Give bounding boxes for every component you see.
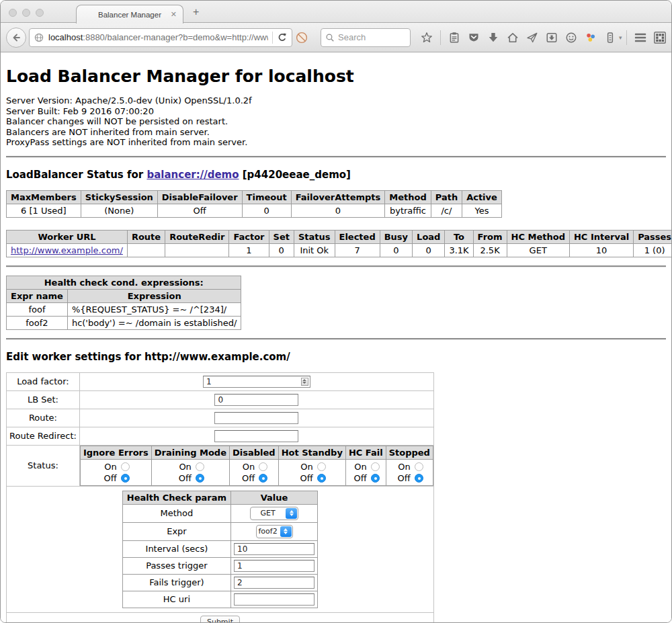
hc-expr-label: Expr <box>122 522 230 540</box>
save-page-icon[interactable] <box>542 28 561 47</box>
toolbar-separator <box>440 30 441 45</box>
status-cell-disabled: On Off <box>229 459 278 485</box>
health-check-param-table: Health Check param Value Method GET <box>122 491 318 608</box>
status-cell-draining-mode: On Off <box>151 459 229 485</box>
server-built-line: Server Built: Feb 9 2016 07:00:20 <box>6 106 666 117</box>
divider <box>6 265 666 267</box>
search-input[interactable] <box>338 32 398 42</box>
window-minimize-button[interactable] <box>22 9 30 17</box>
table-row: foof %{REQUEST_STATUS} =~ /^[234]/ <box>7 302 241 316</box>
status-off-radio[interactable] <box>121 474 130 483</box>
toolbar-separator <box>626 30 627 45</box>
status-cell-hc-fail: On Off <box>345 459 386 485</box>
blocked-icon <box>295 31 308 44</box>
route-input[interactable] <box>214 412 298 424</box>
close-tab-icon[interactable]: ✕ <box>171 10 177 19</box>
hc-fails-input[interactable] <box>234 577 314 589</box>
window-close-button[interactable] <box>9 9 17 17</box>
reload-icon[interactable] <box>277 32 288 43</box>
grid-extension-icon[interactable] <box>650 28 669 47</box>
server-info: Server Version: Apache/2.5.0-dev (Unix) … <box>6 95 666 148</box>
window-controls <box>9 9 44 17</box>
balancer-demo-link[interactable]: balancer://demo <box>146 169 239 181</box>
status-off-radio[interactable] <box>317 474 326 483</box>
content-blocked-button[interactable] <box>292 28 311 47</box>
status-on-radio[interactable] <box>317 462 326 471</box>
submit-button[interactable]: Submit <box>200 616 240 623</box>
expr-table-title: Health check cond. expressions: <box>7 276 241 289</box>
table-row: 6 [1 Used] (None) Off 0 0 bytraffic /c/ … <box>7 204 502 217</box>
load-factor-input[interactable] <box>203 376 310 388</box>
tab-balancer-manager[interactable]: Balancer Manager ✕ <box>76 5 183 24</box>
new-tab-button[interactable]: + <box>193 7 199 17</box>
route-redirect-input[interactable] <box>214 430 298 442</box>
chat-icon[interactable] <box>562 28 581 47</box>
table-row: http://www.example.com/ 1 0 Init Ok 7 0 … <box>7 243 672 257</box>
hc-fails-label: Fails trigger) <box>122 574 230 591</box>
tab-title: Balancer Manager <box>98 11 161 19</box>
navigation-toolbar: localhost:8880/balancer-manager?b=demo&w… <box>1 23 671 52</box>
colors-icon[interactable] <box>581 28 600 47</box>
status-on-radio[interactable] <box>196 462 204 471</box>
hc-expr-select[interactable]: foof2 <box>256 525 293 538</box>
status-on-radio[interactable] <box>121 462 130 471</box>
route-redirect-label: Route Redirect: <box>7 427 80 445</box>
persist-note-line: Balancer changes will NOT be persisted o… <box>6 116 666 127</box>
browser-window: Balancer Manager ✕ + localhost:8880/bala… <box>0 0 672 623</box>
battery-icon[interactable] <box>601 28 620 47</box>
worker-table: Worker URL Route RouteRedir Factor Set S… <box>6 230 671 257</box>
hc-passes-input[interactable] <box>234 560 314 572</box>
back-button[interactable] <box>6 28 26 48</box>
divider <box>6 338 666 340</box>
window-zoom-button[interactable] <box>36 9 44 17</box>
status-off-radio[interactable] <box>415 474 423 483</box>
status-on-radio[interactable] <box>415 462 423 471</box>
select-arrows-icon <box>286 508 297 519</box>
status-off-radio[interactable] <box>371 474 380 483</box>
lb-set-label: LB Set: <box>7 390 80 409</box>
status-cell-hot-standby: On Off <box>278 459 345 485</box>
bookmark-star-icon[interactable] <box>417 28 436 47</box>
table-row: foof2 hc('body') =~ /domain is establish… <box>7 316 241 329</box>
hc-uri-label: HC uri <box>122 591 230 608</box>
hc-interval-input[interactable] <box>234 543 314 555</box>
url-text[interactable]: localhost:8880/balancer-manager?b=demo&w… <box>48 32 268 42</box>
tab-bar: Balancer Manager ✕ + <box>1 1 671 23</box>
menu-icon[interactable] <box>631 28 650 47</box>
send-icon[interactable] <box>523 28 542 47</box>
globe-icon[interactable] <box>34 32 44 43</box>
back-arrow-icon <box>11 32 22 43</box>
select-arrows-icon <box>280 526 292 537</box>
url-separator <box>272 32 273 44</box>
status-off-radio[interactable] <box>259 474 267 483</box>
page-title: Load Balancer Manager for localhost <box>6 67 666 86</box>
dropdown-caret-icon[interactable]: ▾ <box>619 34 622 41</box>
load-factor-label: Load factor: <box>7 372 80 390</box>
page-content: Load Balancer Manager for localhost Serv… <box>1 52 671 622</box>
home-icon[interactable] <box>503 28 522 47</box>
clipboard-icon[interactable] <box>445 28 464 47</box>
status-cell-ignore-errors: On Off <box>80 459 151 485</box>
status-table: Ignore Errors Draining Mode Disabled Hot… <box>80 446 433 486</box>
number-stepper[interactable] <box>301 378 308 386</box>
download-icon[interactable] <box>484 28 503 47</box>
hc-method-select[interactable]: GET <box>250 507 298 520</box>
status-off-radio[interactable] <box>196 474 204 483</box>
balancer-status-heading: LoadBalancer Status for balancer://demo … <box>6 169 666 181</box>
hc-uri-input[interactable] <box>234 593 314 606</box>
health-check-expressions-table: Health check cond. expressions: Expr nam… <box>6 276 241 330</box>
hc-passes-label: Passes trigger <box>122 557 230 574</box>
server-version-line: Server Version: Apache/2.5.0-dev (Unix) … <box>6 95 666 106</box>
pocket-icon[interactable] <box>464 28 483 47</box>
lb-set-input[interactable] <box>214 394 298 406</box>
status-label: Status: <box>7 445 80 486</box>
status-on-radio[interactable] <box>371 462 380 471</box>
route-label: Route: <box>7 409 80 427</box>
search-bar[interactable] <box>321 28 411 47</box>
url-bar[interactable]: localhost:8880/balancer-manager?b=demo&w… <box>29 28 292 47</box>
search-icon <box>325 33 335 42</box>
toolbar-buttons: ▾ <box>417 28 669 47</box>
hc-method-label: Method <box>122 504 230 522</box>
status-on-radio[interactable] <box>259 462 267 471</box>
worker-url-link[interactable]: http://www.example.com/ <box>11 245 123 255</box>
